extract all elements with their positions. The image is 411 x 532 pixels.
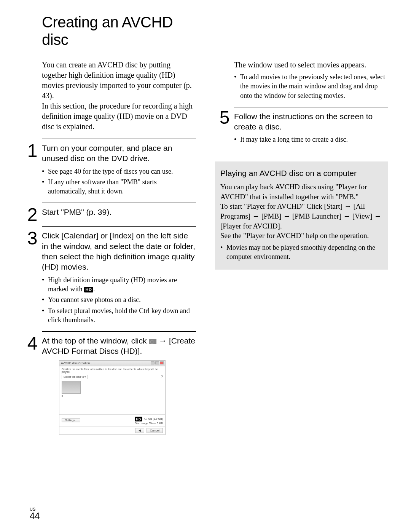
disc-usage-info: Disc usage 0% — 0 MB — [135, 422, 163, 425]
page-title: Creating an AVCHD disc — [42, 13, 202, 48]
step-2: 2 Start "PMB" (p. 39). — [23, 203, 196, 221]
previous-button[interactable]: ◀ — [135, 428, 144, 433]
info-box-body: You can play back AVCHD discs using "Pla… — [220, 182, 383, 241]
step-1-bullet-1: See page 40 for the type of discs you ca… — [42, 167, 196, 176]
step-4-result-text: The window used to select movies appears… — [234, 60, 388, 70]
hd-badge-icon: HD — [84, 287, 93, 292]
page-footer: US 44 — [30, 507, 40, 521]
step-1-title: Turn on your computer, and place an unus… — [42, 143, 196, 164]
info-box-playing-avchd: Playing an AVCHD disc on a computer You … — [215, 161, 388, 270]
thumbnail-label: ff — [62, 395, 163, 398]
step-3: 3 Click [Calendar] or [Index] on the lef… — [23, 226, 196, 326]
step-5: 5 Follow the instructions on the screen … — [215, 107, 388, 146]
intro-text: You can create an AVCHD disc by putting … — [42, 60, 196, 132]
step-3-bullet-3: To select plural movies, hold the Ctrl k… — [42, 306, 196, 325]
step-5-bullet-1: It may take a long time to create a disc… — [234, 135, 388, 144]
cancel-button[interactable]: Cancel — [147, 428, 163, 433]
intro-paragraph-2: In this section, the procedure for recor… — [42, 101, 196, 132]
step-1-bullet-2: If any other software than "PMB" starts … — [42, 177, 196, 196]
two-column-layout: You can create an AVCHD disc by putting … — [23, 60, 388, 435]
dialog-window-title: AVCHD disc Creation — [61, 361, 90, 365]
info-box-title: Playing an AVCHD disc on a computer — [220, 168, 383, 178]
step-3-bullet-1: High definition image quality (HD) movie… — [42, 275, 196, 294]
page-number: 44 — [30, 511, 40, 521]
disc-create-icon — [149, 339, 156, 344]
step-number-4: 4 — [23, 334, 42, 353]
step-2-title: Start "PMB" (p. 39). — [42, 207, 196, 217]
step-3-bullet-2: You cannot save photos on a disc. — [42, 295, 196, 304]
step-4-title: At the top of the window, click → [Creat… — [42, 335, 196, 356]
disc-select-dropdown[interactable]: Select the disc to ▾ — [62, 375, 88, 379]
step-4-bullet-1: To add movies to the previously selected… — [234, 72, 388, 100]
settings-button[interactable]: Settings... — [62, 418, 80, 422]
step-number-1: 1 — [23, 142, 42, 160]
step-5-title: Follow the instructions on the screen to… — [234, 111, 388, 132]
intro-paragraph-1: You can create an AVCHD disc by putting … — [42, 60, 196, 101]
left-column: You can create an AVCHD disc by putting … — [23, 60, 196, 435]
step-number-2: 2 — [23, 206, 42, 224]
step-number-5: 5 — [215, 109, 234, 127]
step-4: 4 At the top of the window, click → [Cre… — [23, 331, 196, 435]
step-number-3: 3 — [23, 229, 42, 248]
dialog-help-icon[interactable]: ? — [161, 375, 163, 379]
step-1: 1 Turn on your computer, and place an un… — [23, 139, 196, 197]
right-column: The window used to select movies appears… — [215, 60, 388, 435]
info-box-bullet-1: Movies may not be played smoothly depend… — [220, 243, 383, 262]
hd-icon: HD — [135, 417, 142, 421]
dialog-description: Confirm the media files to be written to… — [62, 368, 163, 373]
disc-size-info: 4.7 GB (8.5 GB) — [144, 417, 163, 420]
step-3-title: Click [Calendar] or [Index] on the left … — [42, 230, 196, 272]
dialog-screenshot: AVCHD disc Creation Confirm the media fi… — [59, 360, 166, 435]
window-controls — [150, 361, 164, 365]
movie-thumbnail[interactable] — [62, 381, 81, 394]
